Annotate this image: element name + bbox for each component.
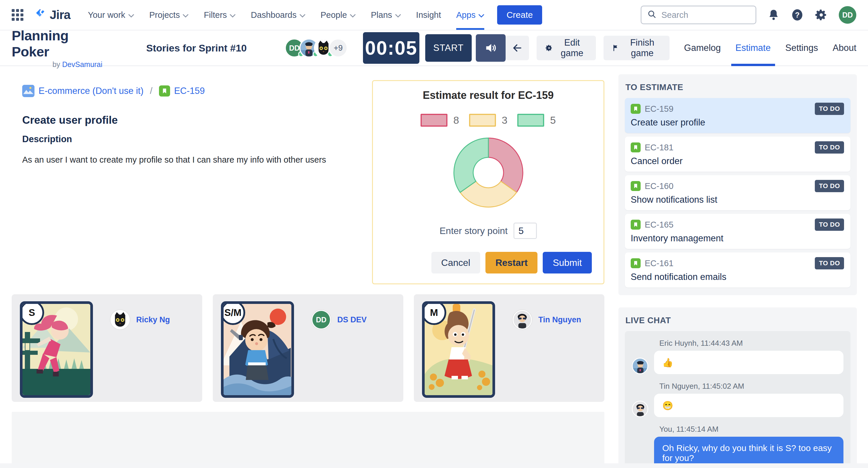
chat-message-own: You, 11:45:14 AM Oh Ricky, why do you th… — [632, 425, 843, 468]
poker-card-s[interactable]: S — [20, 301, 93, 398]
issue-item-ec-161[interactable]: EC-161 TO DO Send notification emails — [625, 253, 850, 288]
jira-logo-icon — [33, 8, 47, 22]
chevron-down-icon — [128, 10, 134, 20]
user-avatar[interactable]: DD — [839, 6, 856, 24]
legend-value: 8 — [453, 114, 459, 126]
restart-button[interactable]: Restart — [486, 252, 537, 273]
tab-about[interactable]: About — [833, 30, 856, 65]
status-badge: TO DO — [815, 218, 844, 231]
flag-icon — [612, 43, 620, 53]
submit-button[interactable]: Submit — [543, 252, 592, 273]
issue-title: Create user profile — [631, 117, 844, 128]
issue-title: Cancel order — [631, 156, 844, 167]
nav-filters[interactable]: Filters — [204, 0, 236, 30]
chat-messages: Eric Huynh, 11:44:43 AM 👍 Tin Nguyen, 11… — [625, 331, 850, 468]
status-badge: TO DO — [815, 180, 844, 192]
poker-card-sm[interactable]: S/M — [221, 301, 294, 398]
search-box[interactable] — [641, 5, 756, 24]
issue-item-ec-181[interactable]: EC-181 TO DO Cancel order — [625, 137, 850, 172]
cancel-button[interactable]: Cancel — [431, 252, 480, 273]
participants-more-count[interactable]: +9 — [329, 38, 348, 58]
estimate-area: E-commerce (Don't use it) / EC-159 Creat… — [9, 74, 607, 468]
settings-gear-icon[interactable] — [815, 8, 828, 21]
back-arrow-icon — [512, 43, 523, 53]
app-switcher-icon[interactable] — [12, 9, 23, 21]
issue-item-ec-160[interactable]: EC-160 TO DO Show notifications list — [625, 175, 850, 210]
notifications-bell-icon[interactable] — [768, 9, 780, 21]
played-card-slot: M — [414, 294, 604, 402]
player-avatar-dd: DD — [312, 310, 331, 329]
story-type-icon — [631, 142, 641, 152]
message-avatar — [632, 358, 648, 374]
card-value-badge: M — [422, 301, 446, 325]
player-avatar-photo — [513, 310, 532, 329]
estimate-result-title: Estimate result for EC-159 — [384, 89, 592, 101]
nav-your-work[interactable]: Your work — [88, 0, 134, 30]
played-card-slot: S/M — [213, 294, 403, 402]
header-tabs: Gamelog Estimate Settings About — [684, 30, 856, 65]
tab-estimate[interactable]: Estimate — [735, 30, 771, 65]
player-name: Tin Nguyen — [538, 315, 581, 324]
legend-value: 3 — [502, 114, 507, 126]
card-value-badge: S/M — [221, 301, 245, 325]
devsamurai-link[interactable]: DevSamurai — [62, 60, 102, 68]
story-type-icon — [631, 181, 641, 191]
story-title: Create user profile — [22, 114, 360, 126]
legend-value: 5 — [550, 114, 556, 126]
to-estimate-title: TO ESTIMATE — [625, 83, 850, 92]
app-title-block: Planning Poker by DevSamurai — [12, 28, 102, 69]
jira-logo[interactable]: Jira — [33, 8, 70, 22]
card-value-badge: S — [20, 301, 44, 325]
nav-insight[interactable]: Insight — [416, 0, 441, 30]
story-type-icon — [631, 258, 641, 268]
story-details: E-commerce (Don't use it) / EC-159 Creat… — [12, 80, 360, 284]
tab-gamelog[interactable]: Gamelog — [684, 30, 721, 65]
create-button[interactable]: Create — [497, 5, 542, 25]
player-info[interactable]: Ricky Ng — [111, 310, 170, 330]
issue-item-ec-165[interactable]: EC-165 TO DO Inventory management — [625, 214, 850, 249]
help-icon[interactable]: ? — [791, 8, 804, 21]
legend-swatch-5 — [517, 114, 544, 127]
story-type-icon — [631, 104, 641, 114]
nav-dashboards[interactable]: Dashboards — [251, 0, 305, 30]
played-card-slot: S — [12, 294, 202, 402]
live-chat-title: LIVE CHAT — [625, 316, 850, 325]
empty-area — [12, 412, 604, 468]
status-badge: TO DO — [815, 257, 844, 269]
tab-settings[interactable]: Settings — [785, 30, 818, 65]
breadcrumb-project-link[interactable]: E-commerce (Don't use it) — [38, 86, 144, 96]
poker-card-m[interactable]: M — [422, 301, 495, 398]
breadcrumb-issue-link[interactable]: EC-159 — [174, 86, 205, 96]
story-point-input[interactable] — [514, 223, 537, 239]
chat-message: Eric Huynh, 11:44:43 AM 👍 — [632, 339, 843, 374]
edit-game-button[interactable]: Edit game — [536, 36, 596, 60]
chevron-down-icon — [183, 10, 188, 20]
issue-key: EC-160 — [645, 181, 673, 191]
issue-item-ec-159[interactable]: EC-159 TO DO Create user profile — [625, 98, 850, 133]
page-title: Planning Poker — [12, 28, 102, 60]
project-icon — [22, 85, 34, 97]
message-meta: You, 11:45:14 AM — [659, 425, 843, 434]
issue-key: EC-159 — [645, 104, 673, 114]
chevron-down-icon — [350, 10, 356, 20]
nav-plans[interactable]: Plans — [371, 0, 401, 30]
search-input[interactable] — [661, 10, 746, 20]
gear-icon — [545, 43, 553, 53]
issue-key: EC-181 — [645, 143, 673, 152]
back-button[interactable] — [505, 36, 529, 60]
svg-text:?: ? — [795, 11, 800, 19]
finish-game-button[interactable]: Finish game — [603, 36, 669, 60]
player-info[interactable]: Tin Nguyen — [513, 310, 581, 330]
nav-people[interactable]: People — [320, 0, 356, 30]
nav-apps[interactable]: Apps — [456, 0, 484, 30]
breadcrumb-separator: / — [150, 86, 153, 96]
nav-projects[interactable]: Projects — [149, 0, 189, 30]
byline: by DevSamurai — [52, 60, 102, 69]
issue-title: Inventory management — [631, 233, 844, 244]
header-actions: Edit game Finish game Gamelog Estimate S… — [505, 30, 856, 65]
player-info[interactable]: DD DS DEV — [312, 310, 367, 330]
participants-avatar-stack[interactable]: DD +9 — [285, 38, 348, 58]
start-button[interactable]: START — [425, 34, 472, 62]
sound-button[interactable] — [476, 34, 505, 62]
sidebar: TO ESTIMATE EC-159 TO DO Create user pro… — [618, 74, 857, 468]
